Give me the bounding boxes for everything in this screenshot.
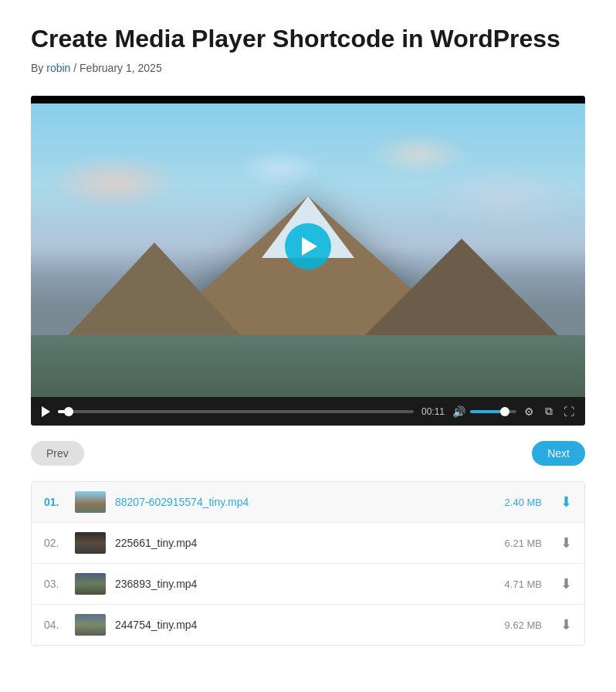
playlist-item[interactable]: 03. 236893_tiny.mp4 4.71 MB ⬇	[32, 564, 584, 605]
track-name: 225661_tiny.mp4	[115, 537, 496, 549]
play-pause-button[interactable]	[42, 406, 50, 417]
next-button[interactable]: Next	[532, 441, 585, 466]
progress-bar[interactable]	[58, 410, 414, 413]
track-size: 6.21 MB	[505, 538, 542, 549]
track-number: 01.	[44, 496, 66, 508]
nav-row: Prev Next	[31, 438, 585, 469]
time-display: 00:11	[421, 406, 445, 417]
volume-icon[interactable]: 🔊	[452, 405, 465, 418]
track-name: 88207-602915574_tiny.mp4	[115, 496, 496, 508]
track-size: 9.62 MB	[505, 619, 542, 631]
playlist-item[interactable]: 02. 225661_tiny.mp4 6.21 MB ⬇	[32, 523, 584, 564]
track-name: 236893_tiny.mp4	[115, 578, 496, 590]
by-label: By	[31, 62, 43, 74]
download-icon[interactable]: ⬇	[560, 616, 572, 633]
page-title: Create Media Player Shortcode in WordPre…	[31, 23, 585, 54]
track-size: 2.40 MB	[505, 497, 542, 508]
track-thumbnail	[75, 491, 106, 513]
settings-icon[interactable]: ⚙	[524, 405, 534, 418]
post-separator: /	[73, 62, 76, 74]
track-number: 04.	[44, 619, 66, 631]
video-controls: 00:11 🔊 ⚙ ⧉ ⛶	[31, 397, 585, 426]
playlist-item[interactable]: 01. 88207-602915574_tiny.mp4 2.40 MB ⬇	[32, 482, 584, 523]
video-top-bar	[31, 96, 585, 103]
fullscreen-icon[interactable]: ⛶	[564, 405, 574, 418]
track-thumbnail	[75, 532, 106, 554]
volume-section: 🔊	[452, 405, 516, 418]
track-number: 02.	[44, 537, 66, 549]
track-thumbnail	[75, 573, 106, 595]
post-date-value: February 1, 2025	[80, 62, 162, 74]
prev-button[interactable]: Prev	[31, 441, 84, 466]
external-icon[interactable]: ⧉	[545, 405, 553, 418]
track-number: 03.	[44, 578, 66, 590]
track-thumbnail	[75, 614, 106, 636]
play-button[interactable]	[285, 223, 331, 270]
track-size: 4.71 MB	[505, 578, 542, 590]
progress-thumb	[64, 407, 73, 416]
playlist: 01. 88207-602915574_tiny.mp4 2.40 MB ⬇ 0…	[31, 481, 585, 646]
download-icon[interactable]: ⬇	[560, 534, 572, 551]
ground	[31, 335, 585, 397]
video-player: 00:11 🔊 ⚙ ⧉ ⛶	[31, 96, 585, 426]
track-name: 244754_tiny.mp4	[115, 619, 496, 631]
volume-fill	[470, 410, 505, 413]
video-thumbnail[interactable]	[31, 96, 585, 397]
author-link[interactable]: robin	[46, 62, 70, 74]
progress-fill	[58, 410, 69, 413]
download-icon[interactable]: ⬇	[560, 494, 572, 511]
post-meta: By robin / February 1, 2025	[31, 62, 585, 74]
mountain-left	[54, 243, 255, 351]
volume-thumb	[500, 407, 509, 416]
control-icons: ⚙ ⧉ ⛶	[524, 405, 574, 418]
playlist-item[interactable]: 04. 244754_tiny.mp4 9.62 MB ⬇	[32, 605, 584, 645]
download-icon[interactable]: ⬇	[560, 575, 572, 592]
volume-bar[interactable]	[470, 410, 516, 413]
